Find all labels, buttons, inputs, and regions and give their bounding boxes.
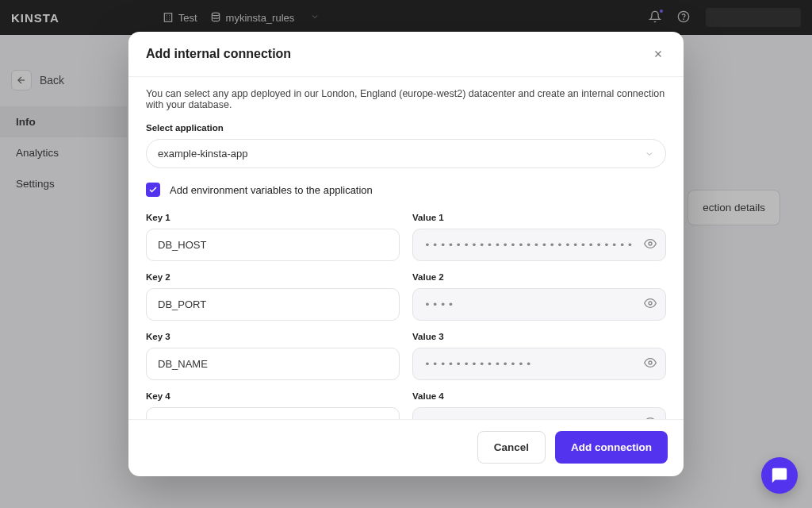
value-2-input[interactable]: [412, 288, 666, 321]
svg-point-4: [649, 242, 652, 245]
select-application-value: example-kinsta-app: [158, 148, 247, 160]
cancel-button[interactable]: Cancel: [477, 431, 546, 464]
value-1-label: Value 1: [412, 213, 666, 222]
add-env-vars-label: Add environment variables to the applica…: [170, 184, 373, 196]
add-env-vars-checkbox[interactable]: Add environment variables to the applica…: [146, 183, 666, 197]
eye-icon[interactable]: [644, 416, 657, 420]
eye-icon[interactable]: [644, 297, 657, 313]
add-connection-button[interactable]: Add connection: [555, 431, 668, 464]
select-application-label: Select application: [146, 123, 666, 133]
key-2-input[interactable]: [146, 288, 400, 321]
key-1-input[interactable]: [146, 229, 400, 261]
modal-overlay: Add internal connection You can select a…: [0, 0, 812, 508]
value-1-input[interactable]: [412, 229, 666, 261]
key-2-label: Key 2: [146, 272, 400, 282]
select-application[interactable]: example-kinsta-app: [146, 139, 666, 168]
key-4-label: Key 4: [146, 391, 400, 401]
chat-fab[interactable]: [761, 457, 798, 494]
modal-intro: You can select any app deployed in our L…: [146, 88, 666, 110]
chevron-down-icon: [645, 149, 654, 159]
chat-icon: [771, 467, 788, 484]
key-3-input[interactable]: [146, 348, 400, 380]
svg-point-6: [649, 361, 652, 364]
value-4-label: Value 4: [412, 391, 666, 401]
eye-icon[interactable]: [644, 237, 657, 253]
value-3-label: Value 3: [412, 332, 666, 341]
add-internal-connection-modal: Add internal connection You can select a…: [128, 32, 684, 476]
key-3-label: Key 3: [146, 332, 400, 341]
modal-title: Add internal connection: [146, 47, 291, 61]
key-4-input[interactable]: [146, 407, 400, 419]
close-icon[interactable]: [650, 46, 666, 62]
value-3-input[interactable]: [412, 348, 666, 380]
value-2-label: Value 2: [412, 272, 666, 282]
eye-icon[interactable]: [644, 356, 657, 372]
checkbox-checked-icon: [146, 183, 160, 197]
svg-point-5: [649, 302, 652, 305]
key-1-label: Key 1: [146, 213, 400, 222]
value-4-input[interactable]: [412, 407, 666, 419]
